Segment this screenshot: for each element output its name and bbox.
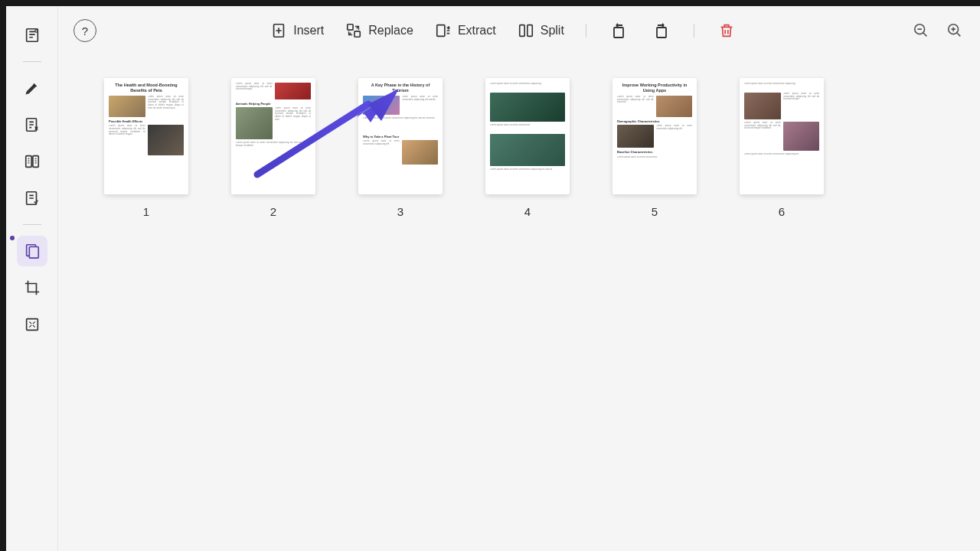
svg-rect-14 <box>528 25 532 37</box>
thumb-subtitle: Possible Health Effects <box>109 119 184 123</box>
split-button[interactable]: Split <box>518 22 564 39</box>
pages-area: The Health and Mood-Boosting Benefits of… <box>58 55 980 551</box>
rotate-left-icon <box>609 21 628 40</box>
sidebar-divider <box>23 224 41 225</box>
page-thumbnail[interactable]: A Key Phase in the History of Tourism Lo… <box>358 78 443 194</box>
page-item[interactable]: The Health and Mood-Boosting Benefits of… <box>104 78 188 218</box>
rotate-right-icon <box>652 21 671 40</box>
sidebar-form-tool[interactable] <box>17 183 47 214</box>
thumb-title: A Key Phase in the History of Tourism <box>363 83 438 93</box>
thumb-title: Improve Working Productivity in Using Ap… <box>617 83 692 93</box>
extract-button[interactable]: Extract <box>435 22 496 39</box>
sidebar-organize-pages[interactable] <box>17 236 47 266</box>
sidebar-reading-tool[interactable] <box>17 146 47 177</box>
page-item[interactable]: Improve Working Productivity in Using Ap… <box>612 78 697 218</box>
delete-button[interactable] <box>716 20 737 41</box>
page-number: 6 <box>779 205 785 218</box>
svg-rect-11 <box>354 31 360 37</box>
help-button[interactable]: ? <box>74 19 96 42</box>
page-thumbnail[interactable]: Lorem ipsum dolor sit amet consectetur a… <box>740 78 824 194</box>
main-area: ? Insert Replace Extract Split <box>58 6 980 551</box>
rotate-right-button[interactable] <box>651 20 672 41</box>
replace-button[interactable]: Replace <box>345 22 413 39</box>
thumb-subtitle: Animals Helping People <box>236 102 311 106</box>
insert-button[interactable]: Insert <box>270 22 324 39</box>
page-thumbnail[interactable]: Improve Working Productivity in Using Ap… <box>612 78 697 194</box>
zoom-in-button[interactable] <box>945 21 965 41</box>
help-label: ? <box>82 24 88 37</box>
thumb-subtitle: Demographic Characteristics <box>617 119 692 123</box>
replace-icon <box>345 22 362 39</box>
sidebar-crop-tool[interactable] <box>17 272 47 303</box>
page-number: 4 <box>524 205 531 218</box>
page-item[interactable]: Lorem ipsum dolor sit amet consectetur a… <box>740 78 824 218</box>
svg-rect-3 <box>25 156 31 168</box>
rotate-left-button[interactable] <box>608 20 629 41</box>
page-number: 2 <box>270 205 276 218</box>
replace-label: Replace <box>368 24 413 37</box>
sidebar-thumbnail-panel[interactable] <box>17 20 47 51</box>
page-number: 3 <box>397 205 403 218</box>
svg-rect-12 <box>437 25 445 37</box>
svg-rect-15 <box>614 28 623 37</box>
sidebar-divider <box>23 61 41 62</box>
thumb-subtitle: Baseline Characteristics <box>617 150 692 154</box>
svg-rect-8 <box>26 319 38 331</box>
extract-label: Extract <box>458 24 496 37</box>
toolbar-separator <box>694 24 694 37</box>
pages-grid: The Health and Mood-Boosting Benefits of… <box>104 78 934 218</box>
page-number: 1 <box>143 205 149 218</box>
insert-icon <box>270 22 287 39</box>
split-icon <box>518 22 534 39</box>
page-thumbnail[interactable]: Lorem ipsum dolor sit amet consectetur a… <box>485 78 570 194</box>
thumb-subtitle: Why to Take a Plant Tour <box>363 135 438 139</box>
page-item[interactable]: Lorem ipsum dolor sit amet consectetur a… <box>231 78 315 218</box>
split-label: Split <box>541 24 564 37</box>
zoom-out-button[interactable] <box>911 21 931 41</box>
page-thumbnail[interactable]: Lorem ipsum dolor sit amet consectetur a… <box>231 78 315 194</box>
page-item[interactable]: Lorem ipsum dolor sit amet consectetur a… <box>485 78 570 218</box>
zoom-in-icon <box>946 22 963 39</box>
toolbar-separator <box>586 24 586 37</box>
insert-label: Insert <box>293 24 324 37</box>
sidebar-highlight-tool[interactable] <box>17 73 47 103</box>
sidebar <box>6 6 58 551</box>
active-indicator-dot <box>10 236 15 240</box>
trash-icon <box>718 22 735 39</box>
svg-rect-10 <box>348 24 353 30</box>
toolbar: ? Insert Replace Extract Split <box>58 6 980 55</box>
extract-icon <box>435 22 452 39</box>
svg-rect-16 <box>657 28 666 37</box>
zoom-out-icon <box>913 22 929 39</box>
page-thumbnail[interactable]: The Health and Mood-Boosting Benefits of… <box>104 78 188 194</box>
page-number: 5 <box>652 205 658 218</box>
sidebar-edit-text-tool[interactable] <box>17 109 47 140</box>
svg-rect-7 <box>29 247 38 259</box>
svg-rect-13 <box>519 25 524 37</box>
page-item[interactable]: A Key Phase in the History of Tourism Lo… <box>358 78 443 218</box>
svg-rect-4 <box>32 156 38 168</box>
thumb-title: The Health and Mood-Boosting Benefits of… <box>109 83 184 93</box>
sidebar-compress-tool[interactable] <box>17 309 47 340</box>
